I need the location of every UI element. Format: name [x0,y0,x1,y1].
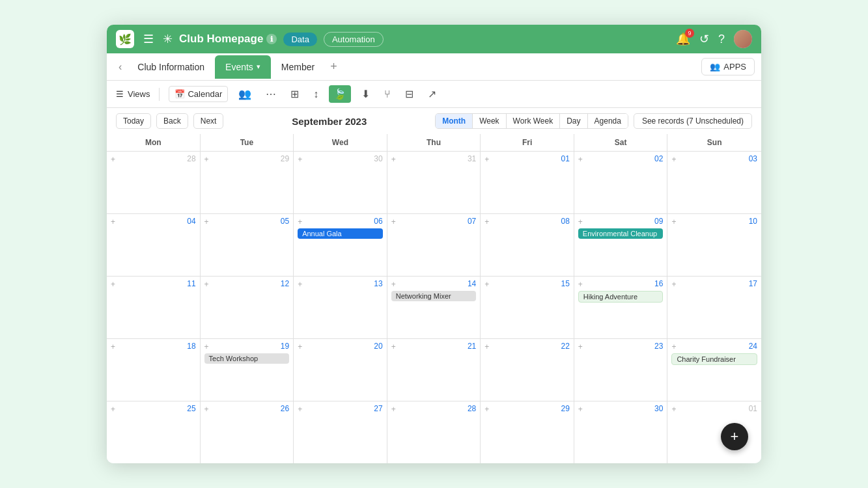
cell-add-button[interactable]: + [298,342,302,351]
day-view-button[interactable]: Day [560,114,587,128]
day-number: 28 [391,404,477,413]
top-nav: 🌿 ☰ ✳ Club Homepage ℹ Data Automation 🔔 … [107,25,761,53]
day-number: 13 [298,279,383,288]
cell-add-button[interactable]: + [671,280,676,289]
week-2: +11+12+13+14Networking Mixer+15+16Hiking… [107,277,761,339]
cell-add-button[interactable]: + [391,155,396,164]
more-options-icon[interactable]: ⋯ [262,85,280,103]
cell-add-button[interactable]: + [111,280,115,289]
github-icon[interactable]: ⑂ [380,86,395,103]
day-number: 31 [391,154,477,163]
tab-member[interactable]: Member [271,55,325,79]
cell-add-button[interactable]: + [578,405,583,414]
group-icon[interactable]: 👥 [234,85,255,103]
hamburger-icon[interactable]: ☰ [141,29,156,49]
views-button[interactable]: ☰ Views [116,89,150,99]
cell-add-button[interactable]: + [204,155,209,164]
views-icon: ☰ [116,89,124,99]
history-button[interactable]: ↺ [699,32,709,46]
cell-add-button[interactable]: + [298,155,302,164]
cell-add-button[interactable]: + [484,155,489,164]
cell-add-button[interactable]: + [111,405,115,414]
cell-add-button[interactable]: + [484,405,489,414]
event-pill[interactable]: Annual Gala [298,228,383,239]
cell-add-button[interactable]: + [298,280,302,289]
cell-add-button[interactable]: + [578,217,583,226]
automation-pill[interactable]: Automation [324,32,384,47]
cell-w4-d2: +27 [294,401,387,463]
cell-add-button[interactable]: + [111,155,115,164]
cell-w2-d0: +11 [107,277,201,338]
fab-button[interactable]: + [721,423,748,450]
cell-add-button[interactable]: + [578,342,583,351]
cell-add-button[interactable]: + [484,217,489,226]
work-week-view-button[interactable]: Work Week [507,114,561,128]
event-pill[interactable]: Tech Workshop [204,353,290,364]
cell-add-button[interactable]: + [111,342,115,351]
cell-add-button[interactable]: + [391,405,396,414]
day-number: 09 [578,217,664,226]
cell-add-button[interactable]: + [111,217,115,226]
grid-icon[interactable]: ⊟ [401,85,417,103]
week-view-button[interactable]: Week [473,114,506,128]
tab-collapse-button[interactable]: ‹ [113,59,127,75]
cell-w1-d2: +06Annual Gala [294,214,387,276]
cell-add-button[interactable]: + [484,280,489,289]
cell-w0-d3: +31 [387,152,481,213]
month-view-button[interactable]: Month [436,114,473,128]
cell-add-button[interactable]: + [671,342,676,351]
event-pill[interactable]: Networking Mixer [391,291,477,301]
event-pill[interactable]: Environmental Cleanup [578,228,664,239]
download-icon[interactable]: ⬇ [357,85,374,103]
cell-add-button[interactable]: + [391,280,396,289]
day-number: 12 [204,279,290,288]
event-pill[interactable]: Hiking Adventure [578,291,664,303]
tab-events[interactable]: Events ▾ [215,55,271,79]
tab-club-information[interactable]: Club Information [127,55,215,79]
cell-w2-d3: +14Networking Mixer [387,277,481,338]
day-number: 02 [578,154,664,163]
cell-add-button[interactable]: + [204,342,209,351]
cell-add-button[interactable]: + [578,280,583,289]
next-button[interactable]: Next [193,113,224,129]
cell-add-button[interactable]: + [298,217,302,226]
cell-add-button[interactable]: + [578,155,583,164]
day-number: 14 [391,279,477,288]
cell-w4-d1: +26 [201,401,294,463]
filter-icon[interactable]: ⊞ [287,85,303,103]
cell-w0-d5: +02 [574,152,668,213]
cell-add-button[interactable]: + [484,342,489,351]
agenda-view-button[interactable]: Agenda [588,114,628,128]
page-title: Club Homepage ℹ [179,33,277,46]
cell-add-button[interactable]: + [204,280,209,289]
cell-add-button[interactable]: + [298,405,302,414]
cell-add-button[interactable]: + [671,405,676,414]
day-number: 22 [484,342,570,351]
day-number: 11 [111,279,196,288]
event-pill[interactable]: Charity Fundraiser [671,353,757,365]
week-0: +28+29+30+31+01+02+03 [107,152,761,214]
apps-button[interactable]: 👥 APPS [701,58,755,75]
color-icon[interactable]: 🍃 [329,85,351,103]
cell-add-button[interactable]: + [671,155,676,164]
avatar[interactable] [734,30,752,48]
tab-add-button[interactable]: + [325,57,343,76]
cell-add-button[interactable]: + [391,342,396,351]
day-number: 29 [204,154,290,163]
cell-w4-d4: +29 [481,401,574,463]
cell-add-button[interactable]: + [204,217,209,226]
tab-bar: ‹ Club Information Events ▾ Member + 👥 A… [107,53,761,81]
help-button[interactable]: ? [718,33,725,46]
today-button[interactable]: Today [116,113,151,129]
cell-add-button[interactable]: + [391,217,396,226]
back-button[interactable]: Back [156,113,188,129]
sort-icon[interactable]: ↕ [309,86,322,103]
day-number: 19 [204,342,290,351]
share-icon[interactable]: ↗ [424,85,440,103]
calendar-view-button[interactable]: 📅 Calendar [169,86,228,102]
cell-add-button[interactable]: + [671,217,676,226]
data-pill[interactable]: Data [283,33,316,46]
unscheduled-button[interactable]: See records (7 Unscheduled) [634,113,752,129]
notification-button[interactable]: 🔔 9 [676,32,690,46]
cell-add-button[interactable]: + [204,405,209,414]
